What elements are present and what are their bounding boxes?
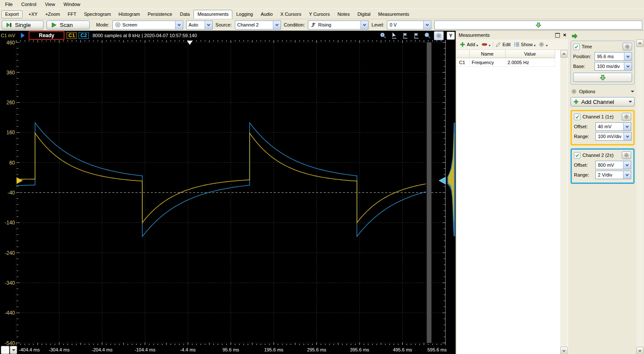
tab-audio[interactable]: Audio <box>257 10 276 19</box>
tab-spectrogram[interactable]: Spectrogram <box>80 10 115 19</box>
green-down-arrow-icon <box>600 74 606 81</box>
channel-1-offset-select[interactable]: 40 mV <box>595 122 631 131</box>
measurements-scrollbar[interactable] <box>560 50 568 354</box>
channel-1-range-select[interactable]: 100 mV/div <box>595 132 632 141</box>
menu-item-view[interactable]: View <box>41 0 59 8</box>
remove-measurement-button[interactable]: ▾ <box>480 41 492 48</box>
column-header[interactable] <box>457 50 469 58</box>
cursor-pointer-icon[interactable] <box>389 32 398 40</box>
table-row[interactable]: C1Frequency2.0005 Hz <box>457 58 555 67</box>
channel1-badge[interactable]: C1 <box>67 32 76 39</box>
add-measurement-button[interactable]: Add ▾ <box>459 41 479 48</box>
condition-select[interactable]: Rising <box>308 21 369 30</box>
collapse-arrow-icon[interactable] <box>21 33 25 38</box>
tab-fft[interactable]: FFT <box>64 10 80 19</box>
measurements-toolbar: Add ▾ ▾ Edit Show ▾ ▾ <box>457 39 568 50</box>
position-dropdown-arrow[interactable] <box>624 53 632 60</box>
tab-data[interactable]: Data <box>176 10 193 19</box>
x-axis-tick-label: -204.4 ms <box>92 347 113 352</box>
add-channel-dropdown-arrow[interactable] <box>629 101 632 103</box>
trigger-position-bar[interactable] <box>434 21 642 30</box>
measurements-panel-header[interactable]: Measurements × <box>457 31 568 39</box>
single-button[interactable]: Single <box>2 21 44 30</box>
position-select[interactable]: 95.6 ms <box>594 52 632 61</box>
show-measurements-button[interactable]: Show ▾ <box>513 41 537 48</box>
scroll-up-button[interactable] <box>636 39 644 47</box>
scroll-up-button[interactable] <box>560 50 568 58</box>
tab-measurements[interactable]: Measurements <box>374 10 413 19</box>
channel-2-offset-value: 800 mV <box>596 162 623 168</box>
x-cursor-flag-icon[interactable] <box>401 32 410 40</box>
menu-item-control[interactable]: Control <box>17 0 41 8</box>
channel-sidebar: Time Position: 95.6 ms Base: 100 ms/div <box>568 31 644 354</box>
tab-y-cursors[interactable]: Y Cursors <box>305 10 334 19</box>
scroll-down-button[interactable] <box>636 347 644 354</box>
channel-2-settings-button[interactable] <box>622 151 631 159</box>
menu-bar: FileControlViewWindow <box>0 0 644 9</box>
tab-persistence[interactable]: Persistence <box>144 10 176 19</box>
offset-dropdown-arrow[interactable] <box>623 123 631 130</box>
x-axis-button[interactable]: X <box>1 346 9 354</box>
column-header[interactable]: Name <box>469 50 505 58</box>
plot-settings-gear-button[interactable] <box>434 31 444 40</box>
channel2-badge[interactable]: C2 <box>79 32 88 39</box>
measurements-settings-button[interactable]: ▾ <box>538 41 548 48</box>
scroll-down-button[interactable] <box>560 347 568 354</box>
tab-digital[interactable]: Digital <box>354 10 375 19</box>
condition-label: Condition: <box>284 22 305 27</box>
tab--xy[interactable]: +XY <box>25 10 41 19</box>
scope-plot[interactable]: 46036026016060-40-140-240-340-440-540 <box>0 40 456 345</box>
level-dropdown-arrow[interactable] <box>423 21 431 29</box>
acquire-select[interactable]: Auto <box>186 21 213 30</box>
collapse-sidebar-arrow-icon[interactable] <box>571 33 578 39</box>
source-select[interactable]: Channel 2 <box>235 21 281 30</box>
column-header[interactable]: Value <box>505 50 555 58</box>
level-label: Level: <box>372 22 384 27</box>
source-value: Channel 2 <box>235 22 273 27</box>
time-settings-button[interactable] <box>623 43 632 50</box>
offset-dropdown-arrow[interactable] <box>623 161 631 169</box>
menu-item-window[interactable]: Window <box>59 0 85 8</box>
float-panel-icon[interactable] <box>555 33 560 38</box>
channel-2-offset-select[interactable]: 800 mV <box>595 161 631 169</box>
y-cursor-flag-icon[interactable] <box>412 32 421 40</box>
x-axis-dropdown-arrow[interactable] <box>10 346 17 354</box>
zoom-out-icon[interactable] <box>423 32 432 40</box>
scan-button[interactable]: Scan <box>47 21 90 30</box>
options-row[interactable]: Options <box>571 88 634 94</box>
tab-notes[interactable]: Notes <box>334 10 354 19</box>
check-icon <box>574 44 579 49</box>
y-axis-button[interactable]: Y <box>447 32 455 40</box>
channel-1-settings-button[interactable] <box>622 113 631 121</box>
tab-export[interactable]: Export <box>1 10 23 18</box>
sidebar-scrollbar[interactable] <box>636 39 644 354</box>
channel-1-checkbox[interactable] <box>574 114 580 120</box>
base-select[interactable]: 100 ms/div <box>594 62 632 71</box>
y-axis-tick-label: 260 <box>6 100 15 106</box>
menu-item-file[interactable]: File <box>1 0 17 8</box>
tab-measurements[interactable]: Measurements <box>193 10 232 19</box>
close-panel-icon[interactable]: × <box>563 33 566 37</box>
source-dropdown-arrow[interactable] <box>273 21 281 29</box>
condition-dropdown-arrow[interactable] <box>360 21 368 29</box>
tab-x-cursors[interactable]: X Cursors <box>277 10 305 19</box>
range-dropdown-arrow[interactable] <box>624 133 631 140</box>
tab-histogram[interactable]: Histogram <box>115 10 144 19</box>
tab--zoom[interactable]: +Zoom <box>41 10 64 19</box>
time-checkbox[interactable] <box>573 44 580 50</box>
tab-logging[interactable]: Logging <box>232 10 257 19</box>
base-dropdown-arrow[interactable] <box>624 62 632 70</box>
channel-2-checkbox[interactable] <box>574 152 580 159</box>
range-label: Range: <box>574 172 595 177</box>
channel-2-range-select[interactable]: 2 V/div <box>595 171 631 179</box>
edit-measurement-button[interactable]: Edit <box>495 41 512 48</box>
time-expand-button[interactable] <box>573 73 632 82</box>
options-dropdown-arrow[interactable] <box>631 91 634 92</box>
add-channel-button[interactable]: Add Channel <box>571 97 635 106</box>
mode-dropdown-arrow[interactable] <box>175 21 183 29</box>
level-select[interactable]: 0 V <box>387 21 431 30</box>
range-dropdown-arrow[interactable] <box>623 171 631 179</box>
mode-select[interactable]: Screen <box>112 21 183 30</box>
zoom-in-icon[interactable] <box>378 32 387 40</box>
acquire-dropdown-arrow[interactable] <box>205 21 212 29</box>
